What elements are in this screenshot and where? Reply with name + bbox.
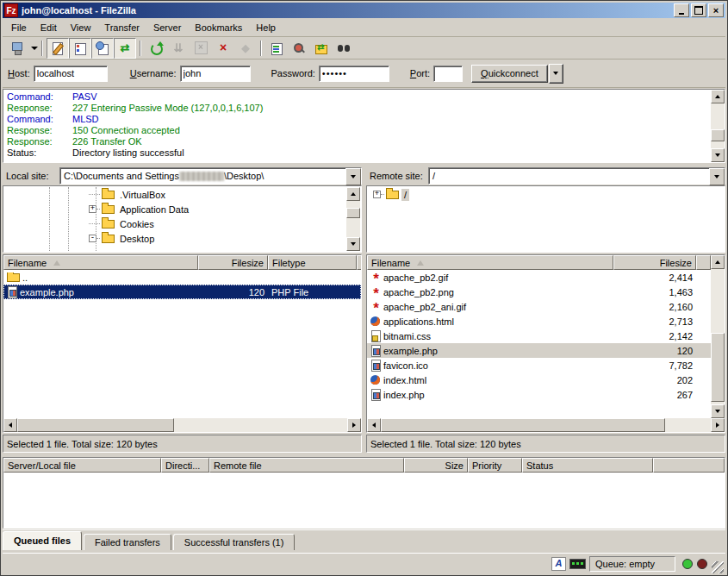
- transfer-queue-icon: ⇄: [118, 41, 132, 55]
- cancel-icon: ×: [195, 41, 208, 54]
- window-title: john@localhost - FileZilla: [22, 5, 672, 16]
- tree-item-cookies[interactable]: Cookies: [4, 216, 346, 231]
- tab-failed-transfers[interactable]: Failed transfers: [84, 534, 171, 550]
- tree-item-application-data[interactable]: +Application Data: [4, 202, 346, 216]
- find-files-button[interactable]: [333, 38, 355, 59]
- column-direction[interactable]: Directi...: [161, 458, 209, 473]
- username-input[interactable]: [180, 66, 251, 82]
- cancel-operation-button[interactable]: ×: [190, 38, 212, 59]
- html-file-icon: [369, 373, 383, 386]
- password-input[interactable]: [319, 66, 389, 82]
- column-last-modified[interactable]: L: [357, 255, 361, 270]
- tree-item-root[interactable]: +/: [368, 187, 724, 202]
- remote-site-row: Remote site: /: [366, 167, 725, 185]
- column-status[interactable]: Status: [522, 458, 653, 473]
- maximize-button[interactable]: [691, 3, 706, 17]
- close-button[interactable]: ×: [708, 3, 724, 17]
- folder-icon: [7, 273, 20, 282]
- folder-icon: [102, 220, 115, 229]
- queue-body: [3, 473, 725, 528]
- toggle-local-tree-button[interactable]: [69, 38, 91, 59]
- disconnect-button[interactable]: ×: [212, 38, 234, 59]
- quickconnect-dropdown[interactable]: [549, 64, 563, 84]
- remote-file-row[interactable]: favicon.ico7,782: [367, 358, 711, 373]
- tree-item-virtualbox[interactable]: .VirtualBox: [4, 187, 346, 202]
- site-manager-button[interactable]: [6, 38, 28, 59]
- column-remote-file[interactable]: Remote file: [209, 458, 404, 473]
- username-label: Username:: [130, 68, 177, 78]
- toggle-remote-tree-button[interactable]: [91, 38, 114, 59]
- remote-file-row-selected[interactable]: example.php120: [367, 343, 711, 358]
- process-queue-icon: ⇊: [171, 41, 185, 55]
- column-filesize[interactable]: Filesize: [198, 255, 268, 270]
- local-list-header: Filename Filesize Filetype L: [3, 255, 361, 270]
- refresh-button[interactable]: [145, 38, 167, 59]
- menu-help[interactable]: Help: [249, 20, 283, 35]
- directory-comparison-icon: [292, 41, 306, 55]
- local-file-list: Filename Filesize Filetype L .. example.…: [3, 254, 362, 433]
- column-server-local-file[interactable]: Server/Local file: [3, 458, 161, 473]
- filter-icon: [270, 41, 283, 55]
- apache-file-icon: *: [369, 285, 383, 298]
- host-input[interactable]: [34, 66, 108, 82]
- remote-file-row[interactable]: bitnami.css2,142: [367, 329, 711, 343]
- column-filesize[interactable]: Filesize: [613, 255, 696, 270]
- menu-transfer[interactable]: Transfer: [97, 20, 146, 35]
- local-file-row-up[interactable]: ..: [3, 270, 361, 285]
- remote-file-list: Filename Filesize *apache_pb2.gif2,414 *…: [366, 254, 725, 433]
- status-bar: A Queue: empty: [3, 553, 725, 573]
- directory-comparison-button[interactable]: [288, 38, 310, 59]
- remote-file-row[interactable]: index.php267: [367, 387, 711, 402]
- local-file-row-example-php[interactable]: example.php 120 PHP File 1: [3, 285, 361, 299]
- minimize-button[interactable]: [674, 3, 689, 17]
- column-priority[interactable]: Priority: [468, 458, 522, 473]
- tab-queued-files[interactable]: Queued files: [3, 531, 82, 550]
- local-tree-scrollbar[interactable]: [346, 187, 360, 251]
- data-type-indicator-icon: A: [551, 557, 566, 571]
- disconnect-icon: ×: [216, 41, 230, 55]
- tree-item-desktop[interactable]: -Desktop: [4, 231, 346, 246]
- site-manager-dropdown[interactable]: [31, 47, 38, 50]
- site-manager-icon: [10, 41, 24, 55]
- remote-file-row[interactable]: *apache_pb2.gif2,414: [367, 270, 711, 285]
- toolbar: ⇄ ⇊ × × ◆: [3, 37, 725, 59]
- column-size[interactable]: Size: [404, 458, 468, 473]
- local-path-dropdown[interactable]: [345, 168, 361, 185]
- log-line: Response:227 Entering Passive Mode (127,…: [3, 103, 711, 114]
- remote-file-row[interactable]: *apache_pb2.png1,463: [367, 285, 711, 299]
- remote-file-row[interactable]: *apache_pb2_ani.gif2,160: [367, 299, 711, 314]
- local-list-hscrollbar[interactable]: [3, 418, 361, 432]
- remote-path-dropdown[interactable]: [709, 168, 725, 185]
- column-filename[interactable]: Filename: [3, 255, 198, 270]
- php-file-icon: [369, 344, 383, 357]
- log-scrollbar[interactable]: [711, 90, 725, 162]
- resize-grip[interactable]: [712, 561, 724, 573]
- remote-list-hscrollbar[interactable]: [367, 418, 725, 432]
- expand-icon[interactable]: +: [373, 191, 381, 198]
- column-filetype[interactable]: Filetype: [268, 255, 357, 270]
- remote-site-combobox[interactable]: /: [428, 167, 725, 185]
- menu-view[interactable]: View: [64, 20, 98, 35]
- reconnect-button[interactable]: ◆: [234, 38, 257, 59]
- local-site-combobox[interactable]: C:\Documents and Settings\Desktop\: [59, 167, 362, 185]
- transfer-queue-panel: Server/Local file Directi... Remote file…: [3, 457, 725, 529]
- remote-file-row[interactable]: applications.html2,713: [367, 314, 711, 329]
- remote-file-row[interactable]: index.html202: [367, 373, 711, 387]
- synchronized-browsing-button[interactable]: [310, 38, 333, 59]
- column-filename[interactable]: Filename: [367, 255, 613, 270]
- process-queue-button[interactable]: ⇊: [167, 38, 190, 59]
- port-input[interactable]: [433, 66, 463, 82]
- tab-successful-transfers[interactable]: Successful transfers (1): [173, 534, 296, 550]
- menu-file[interactable]: File: [4, 20, 34, 35]
- filter-button[interactable]: [265, 38, 288, 59]
- menu-server[interactable]: Server: [146, 20, 188, 35]
- menu-edit[interactable]: Edit: [34, 20, 64, 35]
- filezilla-window: Fz john@localhost - FileZilla × File Edi…: [0, 0, 728, 576]
- message-log: Command:PASV Response:227 Entering Passi…: [3, 89, 725, 163]
- quickconnect-button[interactable]: Quickconnect: [471, 65, 548, 83]
- toggle-transfer-queue-button[interactable]: ⇄: [114, 38, 136, 59]
- menu-bookmarks[interactable]: Bookmarks: [188, 20, 249, 35]
- local-path: C:\Documents and Settings\Desktop\: [60, 168, 345, 184]
- remote-list-scrollbar[interactable]: [711, 255, 725, 418]
- toggle-message-log-button[interactable]: [47, 38, 69, 59]
